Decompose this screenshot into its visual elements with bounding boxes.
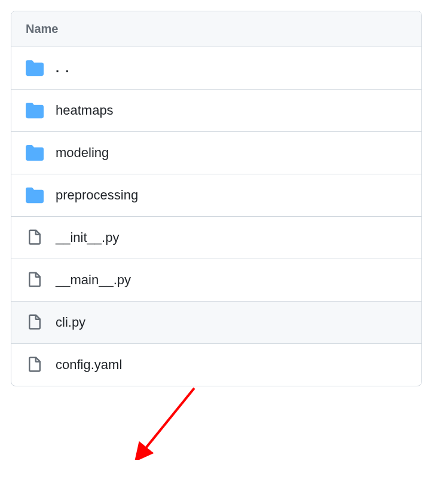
folder-name: preprocessing [56,188,138,203]
folder-icon [26,144,44,162]
folder-name: modeling [56,145,109,161]
file-name: config.yaml [56,357,122,373]
file-icon [26,356,44,374]
file-name: __init__.py [56,230,119,245]
folder-icon [26,59,44,77]
folder-row[interactable]: preprocessing [11,174,421,217]
parent-directory-row[interactable]: . . [11,47,421,90]
folder-row[interactable]: modeling [11,132,421,174]
file-name: cli.py [56,315,85,330]
file-icon [26,271,44,289]
file-icon [26,229,44,247]
file-row[interactable]: config.yaml [11,344,421,386]
file-name: __main__.py [56,272,131,288]
parent-directory-label: . . [56,60,70,76]
folder-row[interactable]: heatmaps [11,90,421,132]
folder-icon [26,102,44,119]
file-row[interactable]: __init__.py [11,217,421,259]
file-row[interactable]: __main__.py [11,259,421,302]
file-row[interactable]: cli.py [11,302,421,344]
folder-name: heatmaps [56,103,114,118]
file-icon [26,314,44,331]
folder-icon [26,186,44,204]
column-header-name: Name [26,22,58,35]
file-browser: Name . . heatmaps modeling preprocessing… [11,11,422,386]
table-header: Name [11,11,421,47]
